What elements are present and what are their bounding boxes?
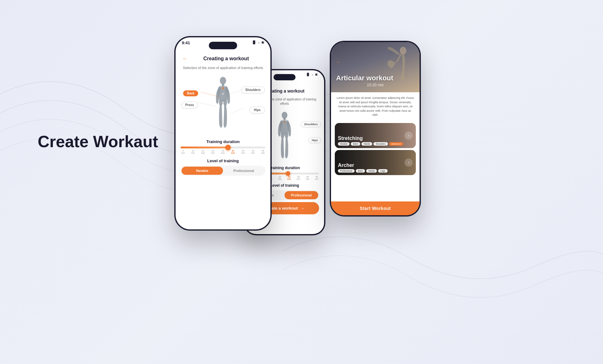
wifi-back: ⌄ [311, 73, 314, 76]
svg-point-6 [225, 84, 226, 86]
svg-point-5 [220, 84, 221, 86]
tag-back: Back [351, 142, 360, 146]
level-back-professional[interactable]: Professional [285, 191, 318, 199]
svg-point-14 [282, 119, 283, 120]
bl-45: 45min [315, 176, 318, 180]
right-back-arrow[interactable]: ← [336, 59, 341, 65]
phone-right-screen: ← Articular workout 15-20 min Lorem ipsu… [331, 42, 420, 215]
main-screen-content: ← Creating a workout Selection of the zo… [176, 53, 270, 229]
battery-icon: ▣ [261, 40, 264, 44]
tag-archer-legs: Legs [378, 169, 387, 173]
stretching-card[interactable]: Stretching Newbie Back Hands Shoulders A… [335, 123, 416, 148]
slider-label-25: 25min [221, 150, 225, 154]
archer-arrow[interactable]: › [405, 158, 413, 167]
svg-point-4 [222, 102, 224, 103]
stretching-card-overlay: Stretching Newbie Back Hands Shoulders A… [335, 123, 416, 148]
zone-back-hips[interactable]: Hips [308, 137, 321, 143]
phone-main-screen: 9:41 ▐▌ ⌄ ▣ ← Creating a workout Selecti… [176, 37, 270, 229]
workout-title: Articular workout [336, 74, 415, 82]
archer-card[interactable]: Archer Professional Back Hands Legs › [335, 150, 416, 175]
svg-point-0 [220, 77, 226, 84]
slider-label-15: 15min [201, 150, 204, 154]
svg-point-13 [284, 121, 285, 123]
tag-archer-hands: Hands [366, 169, 377, 173]
zone-chip-hips[interactable]: Hips [250, 107, 265, 113]
tag-shoulders: Shoulders [373, 142, 388, 146]
phone-right: ← Articular workout 15-20 min Lorem ipsu… [330, 41, 421, 217]
svg-point-11 [282, 112, 287, 119]
status-icons: ▐▌ ⌄ ▣ [252, 40, 264, 44]
page-title: Create Workaut [38, 132, 158, 151]
level-newbie-btn[interactable]: Newbie [182, 167, 223, 175]
workout-description: Lorem ipsum dolor sit amet, consectetur … [331, 92, 420, 121]
slider-label-40: 40min [251, 150, 255, 154]
svg-line-8 [197, 102, 215, 106]
svg-point-15 [286, 119, 287, 120]
svg-point-3 [222, 93, 224, 95]
screen-title: Creating a workout [188, 56, 264, 62]
signal-icon: ▐▌ [252, 40, 256, 44]
svg-point-17 [400, 47, 406, 55]
level-title: Level of training [176, 158, 270, 163]
tag-advanced: Advanced [389, 142, 403, 146]
archer-tags: Professional Back Hands Legs [338, 169, 413, 173]
back-button[interactable]: ← [182, 56, 188, 62]
slider-label-20: 20min [211, 150, 215, 154]
slider-label-45: 45min [261, 150, 265, 154]
status-time: 9:41 [182, 40, 190, 45]
body-diagram: Back Press Shoulders Hips [176, 74, 270, 137]
archer-card-overlay: Archer Professional Back Hands Legs [335, 150, 416, 175]
stretching-title: Stretching [338, 136, 413, 141]
svg-rect-1 [222, 84, 224, 86]
stretching-arrow[interactable]: › [405, 131, 413, 140]
signal-back: ▐▌ [306, 73, 310, 76]
svg-rect-12 [283, 118, 285, 120]
workout-header-overlay: Articular workout 15-20 min [331, 69, 420, 92]
tag-professional: Professional [338, 169, 355, 173]
create-btn-arrow: → [300, 206, 304, 211]
slider-labels: 5min 10min 15min 20min 25min 30min 35min… [181, 150, 265, 154]
duration-slider[interactable]: 5min 10min 15min 20min 25min 30min 35min… [176, 147, 270, 154]
zone-back-shoulders[interactable]: Shoulders [301, 121, 321, 127]
duration-title: Training duration [176, 139, 270, 144]
battery-back: ▣ [315, 73, 318, 76]
zone-chip-shoulders[interactable]: Shoulders [241, 87, 265, 93]
bl-35: 35min [297, 176, 300, 180]
dynamic-island [209, 42, 237, 49]
slider-label-10: 10min [191, 150, 195, 154]
level-professional-btn[interactable]: Professional [223, 167, 264, 175]
bl-40: 40min [306, 176, 309, 180]
dynamic-island-back [274, 74, 296, 80]
stretching-tags: Newbie Back Hands Shoulders Advanced [338, 142, 413, 146]
start-workout-btn[interactable]: Start Workout [331, 201, 420, 215]
wifi-icon: ⌄ [258, 40, 260, 44]
slider-label-5: 5min [181, 150, 185, 154]
slider-label-30: 30min [231, 150, 235, 154]
workout-header-image: ← Articular workout 15-20 min [331, 42, 420, 92]
tag-hands: Hands [361, 142, 372, 146]
phone-main: 9:41 ▐▌ ⌄ ▣ ← Creating a workout Selecti… [174, 36, 272, 231]
slider-label-35: 35min [241, 150, 245, 154]
workout-duration: 15-20 min [336, 83, 415, 87]
level-toggle: Newbie Professional [181, 166, 265, 176]
svg-point-16 [284, 135, 285, 136]
tag-newbie: Newbie [338, 142, 350, 146]
tag-archer-back: Back [356, 169, 365, 173]
status-icons-back: ▐▌ ⌄ ▣ [306, 73, 318, 76]
subtitle: Selection of the zone of application of … [176, 64, 270, 72]
bl-30: 30min [287, 176, 291, 180]
bl-25: 25min [278, 176, 281, 180]
archer-title: Archer [338, 163, 413, 168]
zone-chip-back[interactable]: Back [183, 90, 198, 96]
screen-header: ← Creating a workout [176, 53, 270, 64]
svg-point-2 [222, 87, 224, 89]
zone-chip-press[interactable]: Press [181, 102, 198, 108]
